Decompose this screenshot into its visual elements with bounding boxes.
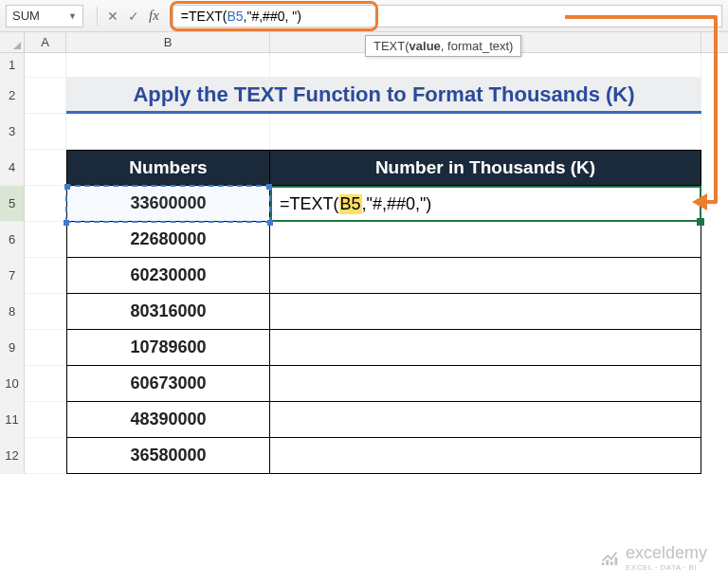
cell[interactable] [66,114,270,150]
row-header[interactable]: 11 [0,402,25,438]
row-header[interactable]: 5 [0,186,25,222]
cell[interactable] [25,330,66,366]
row-header[interactable]: 1 [0,53,25,78]
row-header[interactable]: 3 [0,114,25,150]
row-header[interactable]: 2 [0,78,25,114]
cell[interactable] [25,78,66,114]
cell[interactable] [25,438,66,474]
cell[interactable] [25,53,66,78]
table-header-thousands[interactable]: Number in Thousands (K) [270,150,701,186]
cell[interactable] [270,114,701,150]
formula-bar-row: SUM ▼ ✕ ✓ fx =TEXT(B5,"#,##0, ") [0,0,728,32]
row-header[interactable]: 7 [0,258,25,294]
cell-B10[interactable]: 60673000 [66,366,270,402]
cell[interactable] [25,294,66,330]
column-headers: A B C [0,32,728,53]
formula-bar-input[interactable]: =TEXT(B5,"#,##0, ") [173,5,722,27]
cancel-icon[interactable]: ✕ [107,9,118,24]
cell-C8[interactable] [270,294,701,330]
cell-C6[interactable] [270,222,701,258]
row-header[interactable]: 8 [0,294,25,330]
svg-rect-1 [602,563,605,566]
cell-C10[interactable] [270,366,701,402]
cell-C9[interactable] [270,330,701,366]
name-box[interactable]: SUM ▼ [6,5,83,27]
watermark: exceldemy EXCEL · DATA · BI [599,543,707,572]
col-header-A[interactable]: A [25,32,66,52]
formula-bar-buttons: ✕ ✓ fx [97,7,159,26]
cell-C7[interactable] [270,258,701,294]
row-header[interactable]: 6 [0,222,25,258]
row-header[interactable]: 12 [0,438,25,474]
cell[interactable] [66,53,270,78]
cell[interactable] [25,186,66,222]
cell-B11[interactable]: 48390000 [66,402,270,438]
cell[interactable] [25,222,66,258]
formula-text: =TEXT(B5,"#,##0, ") [181,9,301,24]
cell-C11[interactable] [270,402,701,438]
row-header[interactable]: 9 [0,330,25,366]
cell-B8[interactable]: 80316000 [66,294,270,330]
cell[interactable] [25,366,66,402]
insert-function-icon[interactable]: fx [149,8,159,24]
range-handle [64,220,69,226]
cell[interactable] [25,114,66,150]
cell[interactable] [25,150,66,186]
watermark-logo-icon [599,547,620,568]
cell-B6[interactable]: 22680000 [66,222,270,258]
enter-icon[interactable]: ✓ [128,9,139,24]
cell[interactable] [25,258,66,294]
svg-rect-4 [614,557,617,565]
table-header-numbers[interactable]: Numbers [66,150,270,186]
watermark-name: exceldemy [626,543,707,562]
cell-B9[interactable]: 10789600 [66,330,270,366]
col-header-B[interactable]: B [66,32,270,52]
separator [97,7,98,26]
function-tooltip: TEXT(value, format_text) [365,35,521,57]
svg-rect-2 [606,560,609,566]
cell-B7[interactable]: 60230000 [66,258,270,294]
select-all-corner[interactable] [0,32,25,52]
watermark-sub: EXCEL · DATA · BI [626,563,707,572]
cell-B5[interactable]: 33600000 [66,186,270,222]
data-table: Numbers Number in Thousands (K) 33600000… [66,150,701,474]
cell-C12[interactable] [270,438,701,474]
name-box-value: SUM [12,9,40,23]
grid: 1 2 3 4 5 6 7 8 9 10 11 12 Apply the TEX… [0,53,728,474]
row-header[interactable]: 4 [0,150,25,186]
cell-C5[interactable] [270,186,701,222]
name-box-dropdown-icon[interactable]: ▼ [68,11,77,21]
range-handle [267,220,273,226]
row-header[interactable]: 10 [0,366,25,402]
cell[interactable] [25,402,66,438]
svg-rect-3 [610,562,613,566]
cell-B12[interactable]: 36580000 [66,438,270,474]
fill-handle[interactable] [697,218,704,226]
worksheet-title[interactable]: Apply the TEXT Function to Format Thousa… [66,78,701,114]
